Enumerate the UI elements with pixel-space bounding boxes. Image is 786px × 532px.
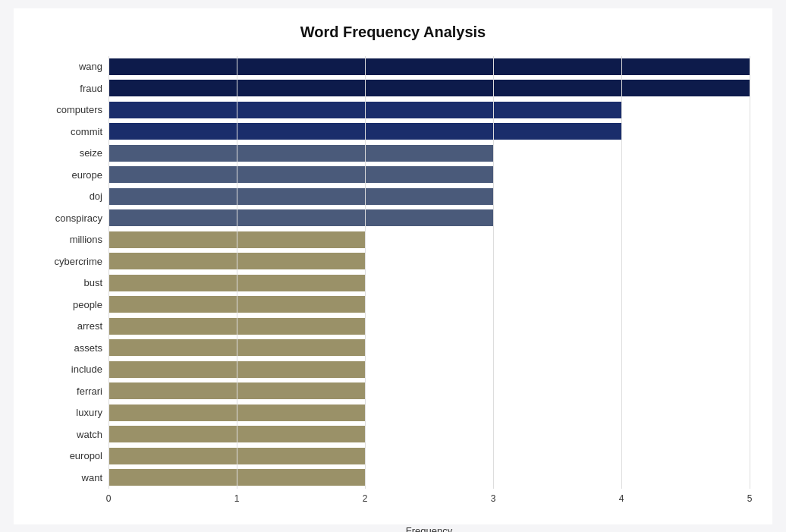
- bar-row: [108, 337, 750, 359]
- bar: [108, 145, 493, 162]
- y-axis-label: conspiracy: [55, 207, 102, 229]
- y-axis-label: arrest: [77, 316, 102, 338]
- x-tick: 1: [234, 493, 240, 504]
- y-axis-label: want: [82, 467, 102, 489]
- bar: [108, 209, 493, 226]
- bar: [108, 405, 365, 421]
- bar: [108, 382, 365, 399]
- bar-row: [108, 272, 750, 294]
- bar-row: [108, 467, 750, 489]
- bar: [108, 231, 365, 248]
- bar-row: [108, 143, 750, 165]
- y-axis-label: seize: [80, 143, 102, 165]
- bar-row: [108, 423, 750, 445]
- bar: [108, 469, 365, 486]
- bar-row: [108, 164, 750, 186]
- x-tick: 5: [747, 493, 753, 504]
- y-axis-label: millions: [70, 229, 102, 251]
- bar: [108, 275, 365, 291]
- y-axis: wangfraudcomputerscommitseizeeuropedojco…: [36, 56, 108, 489]
- bar-row: [108, 121, 750, 143]
- bar-row: [108, 56, 750, 78]
- y-axis-label: commit: [71, 121, 102, 143]
- y-axis-label: ferrari: [77, 380, 102, 402]
- bar-row: [108, 402, 750, 424]
- x-axis: 012345: [108, 493, 750, 508]
- bar-row: [108, 445, 750, 467]
- bar-row: [108, 99, 750, 121]
- y-axis-label: luxury: [76, 402, 102, 424]
- x-tick: 0: [106, 493, 112, 504]
- y-axis-label: bust: [83, 272, 102, 294]
- y-axis-label: people: [73, 294, 102, 316]
- bar-row: [108, 380, 750, 402]
- chart-area: wangfraudcomputerscommitseizeeuropedojco…: [36, 56, 750, 489]
- chart-title: Word Frequency Analysis: [36, 24, 750, 41]
- y-axis-label: europol: [70, 445, 102, 467]
- bar: [108, 58, 750, 75]
- grid-line: [750, 56, 750, 489]
- x-tick: 3: [491, 493, 496, 504]
- bar: [108, 318, 365, 335]
- bar-row: [108, 294, 750, 316]
- chart-container: Word Frequency Analysis wangfraudcompute…: [14, 8, 772, 524]
- bar: [108, 102, 621, 118]
- bar: [108, 253, 365, 269]
- bar: [108, 426, 365, 442]
- bar-row: [108, 207, 750, 229]
- bar-row: [108, 359, 750, 381]
- bar-row: [108, 250, 750, 272]
- bar-row: [108, 77, 750, 99]
- bar-row: [108, 229, 750, 251]
- y-axis-label: fraud: [80, 77, 102, 99]
- y-axis-label: watch: [77, 423, 102, 445]
- bar: [108, 166, 493, 183]
- bar: [108, 361, 365, 378]
- y-axis-label: include: [71, 359, 102, 381]
- x-tick: 2: [363, 493, 368, 504]
- bar-row: [108, 186, 750, 208]
- bar-row: [108, 316, 750, 338]
- y-axis-label: doj: [90, 186, 102, 208]
- bar: [108, 339, 365, 356]
- bar: [108, 123, 621, 140]
- y-axis-label: wang: [79, 56, 102, 78]
- y-axis-label: assets: [74, 337, 102, 359]
- bars-inner: [108, 56, 750, 489]
- x-axis-label: Frequency: [108, 525, 750, 533]
- bar: [108, 80, 750, 96]
- y-axis-label: cybercrime: [54, 250, 102, 272]
- y-axis-label: europe: [72, 164, 102, 186]
- bars-section: [108, 56, 750, 489]
- bar: [108, 188, 493, 205]
- bar: [108, 296, 365, 313]
- x-tick: 4: [619, 493, 624, 504]
- bar: [108, 448, 365, 464]
- y-axis-label: computers: [56, 99, 102, 121]
